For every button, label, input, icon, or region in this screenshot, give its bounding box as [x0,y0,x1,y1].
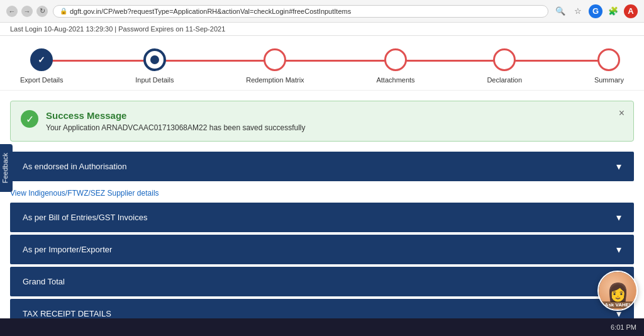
accordion-authorisation[interactable]: As endorsed in Authorisation ▾ [10,152,634,181]
step-circle-redemption [264,48,286,71]
step-attachments[interactable]: Attachments [376,48,414,84]
step-circle-summary [597,48,620,71]
browser-icons: 🔍 ☆ G 🧩 A [553,4,638,18]
step-circle-attachments [384,48,407,71]
address-bar[interactable]: 🔒 dgft.gov.in/CP/web?requestType=Applica… [53,5,548,18]
refresh-button[interactable]: ↻ [36,6,48,17]
step-summary[interactable]: Summary [594,48,624,84]
success-close-button[interactable]: × [619,108,625,119]
stepper: ✓ Export Details Input Details Redemptio… [20,48,624,84]
forward-button[interactable]: → [21,6,33,17]
success-title: Success Message [46,110,623,121]
lock-icon: 🔒 [60,8,67,14]
login-bar: Last Login 10-Aug-2021 13:29:30 | Passwo… [0,23,644,36]
chevron-down-icon-bill: ▾ [616,211,621,223]
success-check-icon: ✓ [21,110,38,128]
accordion-tax-receipt-label: TAX RECEIPT DETAILS [23,309,111,318]
link-row: View Indigenous/FTWZ/SEZ Supplier detail… [0,184,644,203]
extensions-icon-btn[interactable]: 🧩 [606,4,620,18]
accordion-importer-exporter[interactable]: As per Importer/Exporter ▾ [10,235,634,264]
g-icon-btn[interactable]: G [589,4,602,18]
star-icon-btn[interactable]: ☆ [571,4,585,18]
stepper-container: ✓ Export Details Input Details Redemptio… [0,36,644,91]
accordion-grand-total-label: Grand Total [23,277,65,286]
a-icon-btn[interactable]: A [624,4,638,18]
chevron-down-icon-importer: ▾ [616,244,621,255]
step-label-declaration: Declaration [487,76,522,84]
step-circle-declaration [493,48,516,71]
back-button[interactable]: ← [6,6,18,17]
step-declaration[interactable]: Declaration [487,48,522,84]
url-text: dgft.gov.in/CP/web?requestType=Applicati… [70,8,351,15]
search-icon-btn[interactable]: 🔍 [553,4,567,18]
chevron-down-icon-authorisation: ▾ [616,160,621,172]
step-export-details[interactable]: ✓ Export Details [20,48,63,84]
taskbar-time: 6:01 PM [611,323,636,331]
accordion-bill-label: As per Bill of Entries/GST Invoices [23,213,147,222]
step-circle-input [143,48,166,71]
feedback-label: Feedback [1,153,9,183]
step-label-attachments: Attachments [376,76,414,84]
ask-vahei-inner: 👩 Ask VAHEI [599,272,636,310]
step-label-summary: Summary [594,76,624,84]
step-label-export: Export Details [20,76,63,84]
step-redemption-matrix[interactable]: Redemption Matrix [246,48,304,84]
accordion-importer-label: As per Importer/Exporter [23,245,112,254]
browser-controls: ← → ↻ [6,6,48,17]
success-message: Your Application ARNADVCAAC01713068AM22 … [46,123,623,132]
browser-bar: ← → ↻ 🔒 dgft.gov.in/CP/web?requestType=A… [0,0,644,23]
ask-vahei-button[interactable]: 👩 Ask VAHEI [597,271,638,311]
main-content: ✓ Export Details Input Details Redemptio… [0,36,644,336]
step-input-details[interactable]: Input Details [135,48,174,84]
accordion-bill-of-entries[interactable]: As per Bill of Entries/GST Invoices ▾ [10,203,634,232]
step-label-redemption: Redemption Matrix [246,76,304,84]
accordion-grand-total[interactable]: Grand Total ▾ [10,267,634,296]
feedback-tab[interactable]: Feedback [0,144,13,192]
accordion-authorisation-label: As endorsed in Authorisation [23,162,127,171]
login-text: Last Login 10-Aug-2021 13:29:30 | Passwo… [10,25,225,33]
success-text-block: Success Message Your Application ARNADVC… [46,110,623,132]
step-label-input: Input Details [135,76,174,84]
success-banner: ✓ Success Message Your Application ARNAD… [10,101,634,142]
vahei-avatar-icon: 👩 [607,281,629,301]
taskbar: 6:01 PM [0,318,644,336]
step-circle-export: ✓ [30,48,53,71]
indigenous-supplier-link[interactable]: View Indigenous/FTWZ/SEZ Supplier detail… [10,189,159,198]
